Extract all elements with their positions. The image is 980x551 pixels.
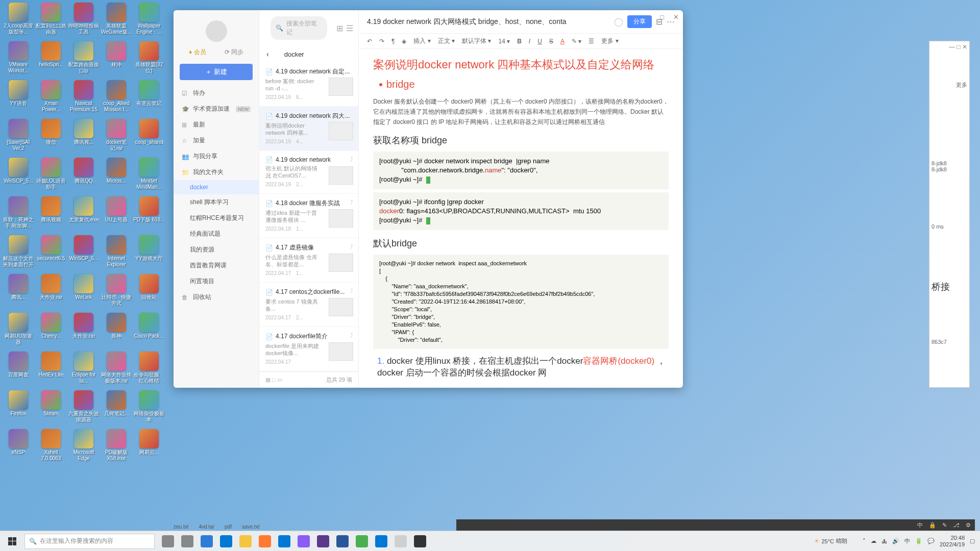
note-item[interactable]: 📄4.17 虚悬镜像 什么是虚悬镜像 仓库名、标签都是... 2022.04.1… [259,238,358,283]
tray-notif-icon[interactable]: ▢ [970,538,975,544]
desktop-icon[interactable]: 回收站 [133,274,165,307]
color-button[interactable]: A [560,38,565,45]
taskbar-app-icon[interactable] [333,532,352,550]
desktop-icon[interactable]: Navicat Premium 15 [68,80,100,113]
desktop-icon[interactable]: Micros... [101,158,132,190]
taskbar-app-icon[interactable] [411,532,429,550]
taskbar-app-icon[interactable] [314,532,332,550]
style-menu[interactable]: 正文 ▾ [438,37,455,45]
tray-battery-icon[interactable]: 🔋 [915,538,922,544]
member-badge[interactable]: ♦ 会员 [189,48,206,57]
tray-action-icon[interactable]: 💬 [927,538,935,544]
note-item[interactable]: 📄4.18 docker 微服务实战 通过idea 新建一个普通微服务模块 ..… [259,194,358,238]
desktop-icon[interactable]: 有道云笔记 [133,80,165,113]
nav-trash[interactable]: 🗑回收站 [174,289,259,305]
list-button[interactable]: ☰ [589,38,594,45]
tray-up-icon[interactable]: ˄ [863,538,866,544]
nav-resource[interactable]: 🎓学术资源加速NEW [174,101,259,117]
tray-cloud-icon[interactable]: ☁ [871,538,876,544]
desktop-icon[interactable]: 林冲 [101,41,132,74]
desktop-icon[interactable]: HedEx Lite [35,352,67,384]
desktop-icon[interactable]: 腾讯视... [68,119,100,152]
strike-button[interactable]: S [549,38,553,45]
taskbar-app-icon[interactable] [178,532,197,550]
back-button[interactable]: ‹ [266,50,269,58]
taskbar-app-icon[interactable] [198,532,216,550]
desktop-icon[interactable]: YY语音 [3,80,34,113]
nav-share[interactable]: 👥与我分享 [174,148,259,164]
redo-button[interactable]: ↷ [379,38,384,45]
desktop-icon[interactable]: 网络大作业终极版本.rar [101,352,132,384]
desktop-icon[interactable]: Firefox [3,390,34,423]
taskbar-app-icon[interactable] [372,532,390,550]
note-item[interactable]: 📄4.19 docker network 自定... before 案例: do… [259,62,358,107]
desktop-icon[interactable]: docker笔记.rar [101,119,132,152]
nav-interview[interactable]: 经典面试题 [174,226,259,242]
desktop-icon[interactable]: 配置到出口路由器 [35,3,67,35]
taskbar-app-icon[interactable] [275,532,293,550]
weather-widget[interactable]: ☀ 25°C 晴朗 [814,537,847,545]
desktop-icon[interactable]: YY游戏大厅 [133,235,165,268]
desktop-icon[interactable]: 2人coop高度版型等... [3,3,34,35]
note-item[interactable]: 📄4.19 docker network 宿主机 默认的网络情况 在CentOS… [259,151,358,194]
desktop-icon[interactable]: WinSCP_5... [68,235,100,268]
desktop-icon[interactable]: Microsoft Edge [68,429,100,462]
minimize-button[interactable]: — [644,13,651,21]
desktop-icon[interactable]: [Saier]SAI Ver.2 [3,119,34,152]
more-toolbar[interactable]: 更多 ▾ [601,37,618,45]
new-button[interactable]: ＋ 新建 [180,64,253,80]
desktop-icon[interactable]: 腾讯QQ [68,158,100,190]
avatar[interactable] [206,20,227,42]
desktop-icon[interactable]: coop_shand [133,119,165,152]
desktop-icon[interactable]: WeLink [68,274,100,307]
nav-edu[interactable]: 西普教育网课 [174,258,259,273]
nav-myres[interactable]: 我的资源 [174,242,259,258]
taskbar-app-icon[interactable] [236,532,255,550]
taskbar-app-icon[interactable] [295,532,313,550]
desktop-icon[interactable]: 尤里复仇.exe [68,196,100,229]
desktop-icon[interactable]: WinSCP_5... [3,158,34,190]
desktop-icon[interactable]: 哗哩哗哩投稿工具 [68,3,100,35]
desktop-icon[interactable]: Xshell 7.0.0063 [35,429,67,462]
desktop-icon[interactable]: Cherry... [35,313,67,345]
desktop-icon[interactable]: eNSP [3,429,34,462]
tray-ime-icon[interactable]: 中 [904,537,910,545]
ime-icon[interactable]: 中 [917,521,923,529]
tray-net-icon[interactable]: 🖧 [881,538,887,544]
desktop-icon[interactable]: helloSpri... [35,41,67,74]
desktop-icon[interactable]: 原神 [101,313,132,345]
desktop-icon[interactable]: Internet Explorer [101,235,132,268]
desktop-icon[interactable]: Steam [35,390,67,423]
note-item[interactable]: 📄4.17 dockerfile简介 dockerfile 是用来构建docke… [259,327,358,371]
desktop-icon[interactable]: 几何笔记... [101,390,132,423]
desktop-icon[interactable]: 命令与征服：红心终结 [133,352,165,384]
desktop-icon[interactable]: 配置路由器接口ip [68,41,100,74]
desktop-icon[interactable]: Mindjet MindMan... [133,158,165,190]
note-item[interactable]: 📄4.19 docker network 四大... 案例说明docker ne… [259,107,358,151]
gear-icon[interactable]: ⚙ [966,522,971,529]
maximize-button[interactable]: □ [660,13,664,21]
desktop-icon[interactable]: 百度网盘 [3,352,34,384]
desktop-icon[interactable]: 英雄联盟WeGame版... [101,3,132,35]
branch-icon[interactable]: ⎇ [953,522,960,529]
italic-button[interactable]: I [529,38,530,45]
note-item[interactable]: 📄4.17 centos之dockerfile... 要求 centos 7 镜… [259,283,358,327]
desktop-icon[interactable]: 英雄联盟(32位) [133,41,165,74]
highlight-button[interactable]: ✎ ▾ [572,38,581,45]
underline-button[interactable]: U [537,38,542,45]
start-button[interactable] [0,531,24,552]
desktop-icon[interactable]: 比特币 - 快捷方式 [101,274,132,307]
desktop-icon[interactable]: coop_Allied Mission I... [101,80,132,113]
taskbar-app-icon[interactable] [353,532,371,550]
nav-todo[interactable]: ☑待办 [174,85,259,101]
size-menu[interactable]: 14 ▾ [498,38,510,45]
desktop-icon[interactable]: 腾讯视频 [35,196,67,229]
desktop-icon[interactable]: Eclipse for Ia... [68,352,100,384]
editor-content[interactable]: 案例说明docker network 四种基本模式以及自定义给网络 bridge… [359,49,683,388]
desktop-icon[interactable]: VMware Workst... [3,41,34,74]
desktop-icon[interactable]: PD下版 618... [133,196,165,229]
lock-icon[interactable]: 🔒 [929,522,936,529]
desktop-icon[interactable]: PD破解版 X58.exe [101,429,132,462]
close-button[interactable]: ✕ [673,13,679,21]
desktop-icon[interactable]: 大作业.rar [35,274,67,307]
